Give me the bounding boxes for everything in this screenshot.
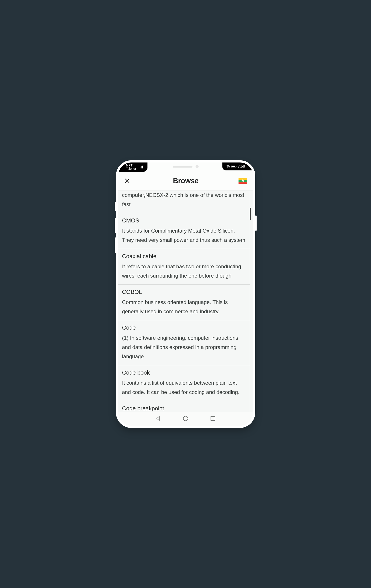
item-title: COBOL xyxy=(122,289,246,295)
item-description: Common business oriented language. This … xyxy=(122,298,246,316)
list-item[interactable]: Code book It contains a list of equivale… xyxy=(118,365,250,401)
home-button[interactable] xyxy=(183,415,189,422)
phone-frame: MPT Telenor % 7:58 xyxy=(116,160,255,428)
status-right: % 7:58 xyxy=(222,162,253,170)
volume-up xyxy=(115,218,116,233)
flag-star-icon: ★ xyxy=(241,178,245,183)
list-item[interactable]: Code breakpoint A breakpoint that is ini… xyxy=(118,401,250,412)
list-item[interactable]: Coaxial cable It refers to a cable that … xyxy=(118,249,250,285)
item-description: (1) In software engineering, computer in… xyxy=(122,333,246,361)
list-item[interactable]: COBOL Common business oriented language.… xyxy=(118,285,250,320)
list-item[interactable]: CMOS It stands for Complimentary Metal O… xyxy=(118,213,250,249)
power-button xyxy=(255,215,257,231)
system-nav-bar xyxy=(118,412,253,426)
svg-rect-3 xyxy=(211,416,215,420)
mute-switch xyxy=(115,202,116,211)
app-header: Browse ★ xyxy=(118,171,253,190)
battery-percent-suffix: % xyxy=(227,164,230,169)
battery-icon xyxy=(231,165,236,168)
item-title: CMOS xyxy=(122,217,246,224)
recent-apps-button[interactable] xyxy=(210,415,216,422)
clock: 7:58 xyxy=(238,164,245,169)
list-item[interactable]: computer,NECSX-2 which is one of the wor… xyxy=(118,190,250,213)
item-description: It refers to a cable that has two or mor… xyxy=(122,262,246,280)
item-title: Coaxial cable xyxy=(122,253,246,260)
back-button[interactable] xyxy=(155,415,161,422)
home-icon xyxy=(183,415,189,421)
item-title: Code book xyxy=(122,369,246,376)
volume-down xyxy=(115,237,116,253)
back-icon xyxy=(155,415,161,421)
svg-point-2 xyxy=(183,416,188,421)
signal-icon xyxy=(139,166,143,168)
definition-list[interactable]: computer,NECSX-2 which is one of the wor… xyxy=(118,190,253,412)
list-item[interactable]: Code (1) In software engineering, comput… xyxy=(118,320,250,365)
item-description: It stands for Complimentary Metal Oxide … xyxy=(122,226,246,245)
square-icon xyxy=(210,415,216,421)
status-left: MPT Telenor xyxy=(118,162,148,172)
speaker-grille xyxy=(173,166,192,168)
status-bar: MPT Telenor % 7:58 xyxy=(118,162,253,171)
close-icon xyxy=(124,178,130,184)
notch xyxy=(173,165,199,168)
carrier-2: Telenor xyxy=(126,167,136,170)
page-title: Browse xyxy=(173,177,198,185)
item-description: computer,NECSX-2 which is one of the wor… xyxy=(122,190,246,209)
phone-screen: MPT Telenor % 7:58 xyxy=(118,162,253,426)
scrollbar-thumb[interactable] xyxy=(250,208,251,220)
item-description: It contains a list of equivalents betwee… xyxy=(122,378,246,397)
language-flag-button[interactable]: ★ xyxy=(238,178,247,184)
item-title: Code xyxy=(122,324,246,331)
close-button[interactable] xyxy=(124,178,133,184)
front-camera xyxy=(196,165,199,168)
item-title: Code breakpoint xyxy=(122,405,246,412)
carrier-1: MPT xyxy=(126,164,136,167)
